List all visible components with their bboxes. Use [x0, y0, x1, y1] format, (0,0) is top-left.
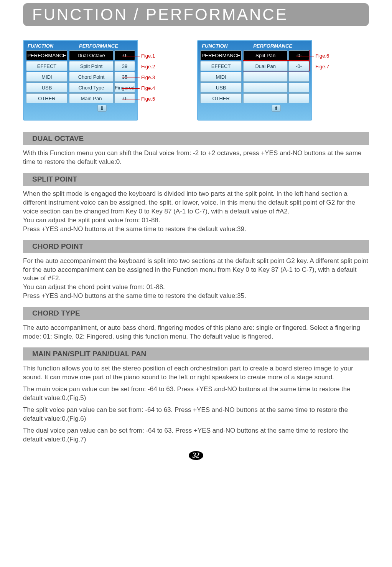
param-dual-octave: Dual Octave -0-	[69, 50, 135, 60]
section-chord-type-body: The auto accompaniment, or auto bass cho…	[23, 324, 369, 341]
param-chord-point: Chord Point 35	[69, 72, 135, 82]
menu-other: OTHER	[26, 93, 68, 103]
section-chord-point-title: CHORD POINT	[23, 240, 369, 253]
fig-label-1: Fige.1	[141, 51, 155, 61]
page-title: FUNCTION / PERFORMANCE	[32, 5, 360, 24]
header-function-2: FUNCTION	[200, 43, 242, 49]
section-pan-title: MAIN PAN/SPLIT PAN/DUAL PAN	[23, 347, 369, 360]
param-blank-1	[243, 72, 309, 82]
menu-effect-2: EFFECT	[200, 61, 242, 71]
param-blank-2	[243, 83, 309, 93]
fig-label-5: Fige.5	[141, 94, 155, 104]
lcd-screen-2: FUNCTION PERFORMANCE PERFORMANCE EFFECT …	[197, 40, 312, 121]
fig-label-7: Fige.7	[315, 61, 329, 72]
scroll-up-icon: ⬆	[243, 105, 309, 112]
section-split-point-body: When the split mode is engaged the keybo…	[23, 190, 369, 234]
menu-midi-2: MIDI	[200, 72, 242, 82]
section-pan-p2: The main voice pan value can be set from…	[23, 385, 369, 403]
page-title-bar: FUNCTION / PERFORMANCE	[23, 3, 369, 26]
section-split-point-title: SPLIT POINT	[23, 173, 369, 186]
menu-other-2: OTHER	[200, 93, 242, 103]
param-blank-3	[243, 93, 309, 103]
menu-midi: MIDI	[26, 72, 68, 82]
fig-label-2: Fige.2	[141, 61, 155, 72]
page-number: 32	[189, 451, 203, 460]
section-pan-p1: This function allows you to set the ster…	[23, 364, 369, 382]
scroll-down-icon: ⬇	[69, 105, 135, 112]
menu-performance-2: PERFORMANCE	[200, 50, 242, 60]
menu-usb: USB	[26, 83, 68, 93]
screen1-block: FUNCTION PERFORMANCE PERFORMANCE EFFECT …	[23, 40, 155, 121]
param-split-point: Split Point 39	[69, 61, 135, 71]
header-function: FUNCTION	[26, 43, 68, 49]
lcd-screen-1: FUNCTION PERFORMANCE PERFORMANCE EFFECT …	[23, 40, 138, 121]
fig-label-6: Fige.6	[315, 51, 329, 61]
header-performance: PERFORMANCE	[68, 43, 135, 49]
page-number-wrap: 32	[23, 451, 369, 460]
screen1-figure-labels: Fige.1 Fige.2 Fige.3 Fige.4 Fige.5	[138, 40, 155, 121]
param-main-pan: Main Pan -0-	[69, 93, 135, 103]
section-chord-point-body: For the auto accompaniment the keyboard …	[23, 257, 369, 301]
header-performance-2: PERFORMANCE	[242, 43, 309, 49]
param-chord-type: Chord Type Fingered	[69, 83, 135, 93]
menu-usb-2: USB	[200, 83, 242, 93]
screenshots-row: FUNCTION PERFORMANCE PERFORMANCE EFFECT …	[23, 40, 369, 121]
param-split-pan: Split Pan -0-	[243, 50, 309, 60]
section-dual-octave-body: With this Function menu you can shift th…	[23, 149, 369, 167]
fig-label-3: Fige.3	[141, 72, 155, 83]
section-pan-p3: The split voice pan value can be set fro…	[23, 406, 369, 423]
screen2-block: FUNCTION PERFORMANCE PERFORMANCE EFFECT …	[197, 40, 329, 121]
fig-label-4: Fige.4	[141, 83, 155, 94]
section-dual-octave-title: DUAL OCTAVE	[23, 132, 369, 145]
screen2-figure-labels: Fige.6 Fige.7	[312, 40, 329, 121]
section-chord-type-title: CHORD TYPE	[23, 307, 369, 320]
menu-effect: EFFECT	[26, 61, 68, 71]
section-pan-p4: The dual voice pan value can be set from…	[23, 426, 369, 444]
menu-performance: PERFORMANCE	[26, 50, 68, 60]
param-dual-pan: Dual Pan -0-	[243, 61, 309, 71]
